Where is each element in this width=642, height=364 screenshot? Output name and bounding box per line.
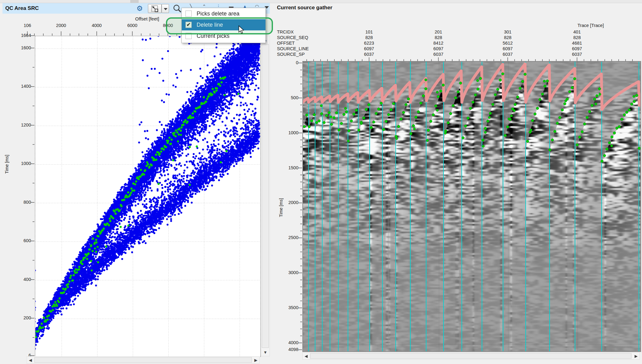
window-top-notch — [130, 0, 139, 3]
info-icon[interactable]: ⋮ — [216, 4, 221, 8]
header-value: 828 — [355, 35, 383, 41]
offset-tick-106: 106 — [16, 23, 38, 28]
header-value: 5612 — [494, 41, 522, 46]
help-icon[interactable]: ◠ — [255, 4, 259, 8]
header-value: 301 — [494, 29, 522, 35]
header-value: 201 — [425, 29, 453, 35]
header-row-source_sp: SOURCE_SP — [277, 52, 323, 57]
scroll-left-button[interactable]: ◀ — [303, 353, 310, 359]
time-axis-label-left: Time [ms] — [4, 155, 9, 174]
scroll-right-button[interactable]: ▶ — [252, 357, 259, 363]
trace-axis-label: Trace [Trace] — [577, 23, 604, 28]
header-value: 6223 — [355, 41, 383, 46]
header-value: 828 — [494, 35, 522, 41]
magnifier-icon[interactable] — [172, 4, 182, 15]
header-value: 6037 — [563, 52, 591, 57]
header-value: 6097 — [494, 46, 522, 52]
scroll-down-button[interactable]: ▼ — [261, 348, 270, 356]
zoom-mode-dropdown-button[interactable] — [162, 4, 169, 13]
header-value: 4681 — [563, 41, 591, 46]
header-value: 828 — [425, 35, 453, 41]
curve-tool-icon[interactable]: ⌃ — [202, 4, 206, 8]
header-value: 8412 — [425, 41, 453, 46]
header-value: 6037 — [425, 52, 453, 57]
vertical-scroll-thumb[interactable] — [262, 44, 269, 348]
scroll-left-button[interactable]: ◀ — [27, 357, 34, 363]
pencil-icon[interactable]: ╲ — [190, 4, 193, 8]
seismic-canvas[interactable] — [303, 62, 640, 351]
chevron-down-icon — [164, 8, 167, 10]
header-value: 6097 — [563, 46, 591, 52]
offset-tick-6000: 6000 — [122, 23, 143, 28]
header-row-offset: OFFSET — [277, 41, 323, 46]
delete-line-highlight-annotation — [166, 17, 273, 34]
horizontal-scroll-thumb[interactable] — [310, 353, 631, 359]
qc-scatter-canvas[interactable] — [35, 36, 260, 356]
source-gather-plot[interactable] — [302, 61, 641, 352]
app-window: QC Area SRC ⚙ ╲ ⌃ ⋮ ▬ ▲ ◠ Offset [feet] … — [0, 0, 642, 364]
left-horizontal-scrollbar[interactable]: ◀ ▶ — [27, 356, 260, 364]
header-row-source_seq: SOURCE_SEQ — [277, 35, 323, 41]
arrow-up-icon[interactable]: ▲ — [243, 4, 247, 8]
zoom-to-selection-button[interactable] — [148, 4, 162, 13]
offset-tick-4000: 4000 — [86, 23, 108, 28]
header-value: 401 — [563, 29, 591, 35]
header-value: 6097 — [425, 46, 453, 52]
offset-tick-2000: 2000 — [50, 23, 72, 28]
time-axis-label-right: Time [ms] — [279, 198, 283, 217]
header-value: 101 — [355, 29, 383, 35]
zoom-to-selection-icon — [148, 4, 161, 13]
header-row-trcidx: TRCIDX — [277, 29, 323, 35]
window-top-strip — [0, 0, 642, 3]
flatten-tool-icon[interactable]: ▬ — [229, 4, 234, 8]
scroll-right-button[interactable]: ▶ — [633, 353, 640, 359]
header-row-source_line: SOURCE_LINE — [277, 46, 323, 52]
right-horizontal-scrollbar[interactable]: ◀ ▶ — [302, 352, 640, 360]
settings-gear-icon[interactable]: ⚙ — [136, 4, 143, 13]
horizontal-scroll-thumb[interactable] — [34, 357, 252, 363]
header-value: 828 — [563, 35, 591, 41]
qc-scatter-plot[interactable] — [35, 36, 261, 357]
left-vertical-scrollbar[interactable]: ▲ ▼ — [261, 36, 270, 356]
header-value: 6097 — [355, 46, 383, 52]
menu-item-label: Picks delete area — [197, 11, 239, 17]
header-value: 6037 — [355, 52, 383, 57]
mouse-cursor — [238, 25, 246, 35]
checkbox-unchecked-icon[interactable] — [185, 11, 192, 17]
gather-panel-title: Current source gather — [277, 5, 332, 11]
header-value: 6037 — [494, 52, 522, 57]
